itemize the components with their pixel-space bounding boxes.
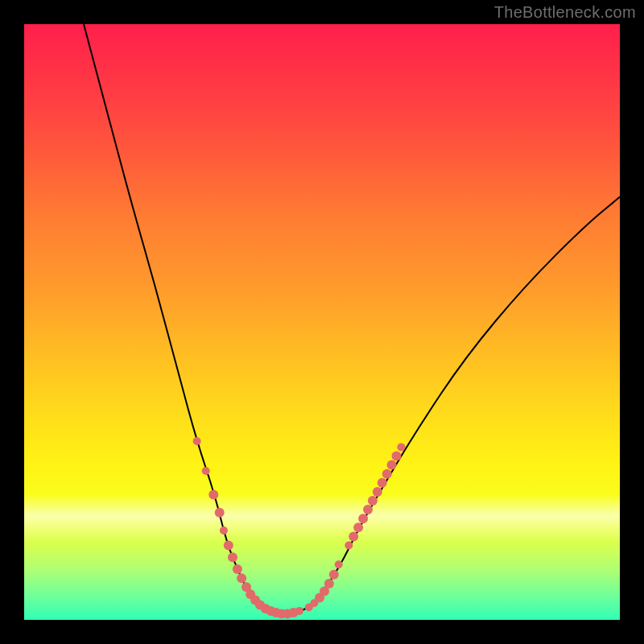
curve-marker <box>378 478 387 488</box>
curve-marker <box>220 526 228 535</box>
curve-marker <box>329 570 339 580</box>
curve-marker <box>233 564 242 574</box>
curve-marker <box>335 560 343 568</box>
curve-marker <box>358 514 368 523</box>
curve-marker <box>193 437 201 445</box>
curve-marker <box>208 490 218 500</box>
curve-marker <box>324 579 334 588</box>
curve-marker <box>392 452 402 461</box>
curve-marker <box>363 505 373 514</box>
chart-svg <box>24 24 620 620</box>
curve-marker <box>368 496 378 506</box>
curve-markers <box>193 437 406 619</box>
curve-marker <box>353 522 363 532</box>
bottleneck-curve <box>84 24 620 613</box>
curve-marker <box>382 469 392 479</box>
curve-marker <box>295 607 303 615</box>
curve-marker <box>237 573 246 583</box>
plot-area <box>24 24 620 620</box>
curve-marker <box>373 487 382 497</box>
curve-marker <box>397 443 405 451</box>
curve-marker <box>224 541 233 551</box>
curve-marker <box>202 467 210 475</box>
curve-marker <box>228 552 237 562</box>
curve-marker <box>345 542 353 550</box>
curve-marker <box>215 508 225 518</box>
curve-marker <box>349 531 358 541</box>
attribution-label: TheBottleneck.com <box>494 3 636 22</box>
chart-stage: TheBottleneck.com <box>0 0 644 644</box>
curve-marker <box>387 460 397 470</box>
